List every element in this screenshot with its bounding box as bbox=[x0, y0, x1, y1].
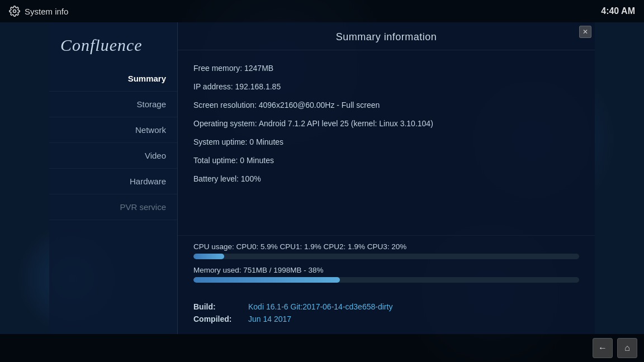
sidebar-item-summary[interactable]: Summary bbox=[49, 66, 177, 92]
memory-progress-bg bbox=[193, 277, 579, 283]
topbar: System info 4:40 AM bbox=[0, 0, 644, 22]
home-icon: ⌂ bbox=[624, 343, 630, 353]
cpu-progress-bg bbox=[193, 254, 579, 259]
close-icon: ✕ bbox=[583, 28, 588, 36]
sidebar-nav: Summary Storage Network Video Hardware P… bbox=[49, 66, 177, 220]
build-section: Build: Kodi 16.1-6 Git:2017-06-14-cd3e65… bbox=[178, 298, 595, 334]
sidebar-item-hardware[interactable]: Hardware bbox=[49, 169, 177, 194]
memory-progress-fill bbox=[193, 277, 340, 283]
compiled-row: Compiled: Jun 14 2017 bbox=[193, 313, 579, 325]
gear-icon bbox=[9, 6, 20, 17]
info-row-os: Operating system: Android 7.1.2 API leve… bbox=[193, 115, 579, 133]
sidebar-item-video[interactable]: Video bbox=[49, 143, 177, 169]
back-icon: ← bbox=[598, 343, 607, 353]
metrics-section: CPU usage: CPU0: 5.9% CPU1: 1.9% CPU2: 1… bbox=[178, 235, 595, 298]
home-button[interactable]: ⌂ bbox=[617, 338, 637, 358]
main-panel: ✕ Summary information Free memory: 1247M… bbox=[178, 22, 595, 334]
compiled-label: Compiled: bbox=[193, 315, 244, 323]
topbar-time: 4:40 AM bbox=[601, 6, 635, 16]
memory-label: Memory used: 751MB / 1998MB - 38% bbox=[193, 266, 579, 274]
main-container: Confluence Summary Storage Network Video… bbox=[49, 22, 595, 334]
build-label: Build: bbox=[193, 302, 244, 311]
svg-point-0 bbox=[13, 10, 16, 13]
info-content: Free memory: 1247MB IP address: 192.168.… bbox=[178, 50, 595, 235]
sidebar-item-network[interactable]: Network bbox=[49, 117, 177, 143]
info-row-ip-address: IP address: 192.168.1.85 bbox=[193, 78, 579, 96]
close-button[interactable]: ✕ bbox=[579, 26, 591, 38]
cpu-progress-fill bbox=[193, 254, 224, 259]
topbar-left: System info bbox=[9, 6, 68, 17]
memory-label-text: Memory used: 751MB / 1998MB - 38% bbox=[193, 266, 324, 274]
compiled-value: Jun 14 2017 bbox=[248, 315, 291, 323]
back-button[interactable]: ← bbox=[593, 338, 613, 358]
info-row-total-uptime: Total uptime: 0 Minutes bbox=[193, 151, 579, 170]
build-row: Build: Kodi 16.1-6 Git:2017-06-14-cd3e65… bbox=[193, 301, 579, 313]
info-row-battery: Battery level: 100% bbox=[193, 170, 579, 188]
bottombar: ← ⌂ bbox=[0, 334, 644, 362]
logo-text: Confluence bbox=[60, 36, 143, 55]
info-row-screen-resolution: Screen resolution: 4096x2160@60.00Hz - F… bbox=[193, 96, 579, 115]
info-row-free-memory: Free memory: 1247MB bbox=[193, 59, 579, 78]
cpu-label: CPU usage: CPU0: 5.9% CPU1: 1.9% CPU2: 1… bbox=[193, 242, 579, 251]
sidebar-item-storage[interactable]: Storage bbox=[49, 92, 177, 117]
build-value: Kodi 16.1-6 Git:2017-06-14-cd3e658-dirty bbox=[248, 302, 392, 311]
logo-area: Confluence bbox=[49, 28, 177, 66]
sidebar-item-pvr-service[interactable]: PVR service bbox=[49, 194, 177, 220]
panel-title: Summary information bbox=[178, 22, 595, 50]
info-row-system-uptime: System uptime: 0 Minutes bbox=[193, 133, 579, 151]
topbar-title: System info bbox=[25, 7, 68, 16]
sidebar: Confluence Summary Storage Network Video… bbox=[49, 22, 178, 334]
